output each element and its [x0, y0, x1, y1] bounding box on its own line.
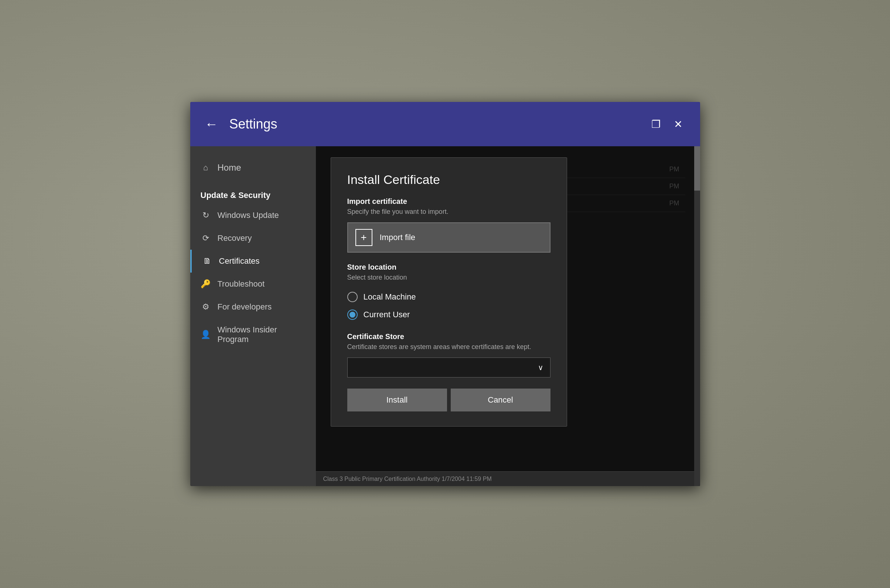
cert-store-label: Certificate Store	[347, 332, 551, 341]
plus-icon: +	[356, 229, 372, 246]
cancel-button[interactable]: Cancel	[451, 388, 551, 411]
radio-local-machine[interactable]: Local Machine	[347, 288, 551, 306]
cert-store-section: Certificate Store Certificate stores are…	[347, 332, 551, 378]
sidebar-item-recovery[interactable]: ⟳ Recovery	[190, 227, 316, 250]
sidebar-item-label: Troubleshoot	[218, 279, 265, 289]
sidebar: ⌂ Home Update & Security ↻ Windows Updat…	[190, 146, 316, 486]
content-area: PM PM PM Install Certificate Import cert…	[316, 146, 700, 486]
cert-store-desc: Certificate stores are system areas wher…	[347, 343, 551, 351]
sidebar-item-label: Recovery	[218, 233, 252, 243]
scrollbar-thumb[interactable]	[694, 146, 700, 190]
close-button[interactable]: ✕	[671, 115, 685, 134]
settings-window: ← Settings ❐ ✕ ⌂ Home Update & Security …	[190, 102, 700, 486]
store-location-section: Store location Select store location Loc…	[347, 263, 551, 324]
sidebar-item-label: Windows Update	[218, 210, 279, 220]
dialog-title: Install Certificate	[347, 172, 551, 187]
sidebar-item-certificates[interactable]: 🗎 Certificates	[190, 250, 316, 273]
windows-update-icon: ↻	[201, 210, 211, 220]
radio-label-local-machine: Local Machine	[363, 292, 416, 302]
radio-current-user[interactable]: Current User	[347, 306, 551, 324]
sidebar-item-windows-update[interactable]: ↻ Windows Update	[190, 204, 316, 227]
certificates-icon: 🗎	[202, 256, 212, 266]
import-section-label: Import certificate	[347, 197, 551, 206]
dialog-buttons: Install Cancel	[347, 388, 551, 411]
troubleshoot-icon: 🔑	[201, 279, 211, 289]
install-button[interactable]: Install	[347, 388, 447, 411]
home-label: Home	[218, 162, 241, 173]
import-section-desc: Specify the file you want to import.	[347, 208, 551, 216]
window-controls: ❐ ✕	[648, 115, 685, 134]
radio-label-current-user: Current User	[363, 310, 410, 320]
recovery-icon: ⟳	[201, 233, 211, 243]
import-file-button[interactable]: + Import file	[347, 222, 551, 253]
back-button[interactable]: ←	[205, 117, 218, 131]
radio-circle-current-user	[347, 309, 358, 320]
home-icon: ⌂	[201, 163, 211, 172]
sidebar-item-label: Certificates	[219, 256, 260, 266]
footer-text: Class 3 Public Primary Certification Aut…	[323, 476, 492, 482]
sidebar-item-label: Windows InsiderProgram	[218, 325, 277, 344]
sidebar-item-for-developers[interactable]: ⚙ For developers	[190, 296, 316, 318]
title-bar: ← Settings ❐ ✕	[190, 102, 700, 146]
sidebar-section-header: Update & Security	[190, 182, 316, 204]
windows-insider-icon: 👤	[201, 330, 211, 339]
scrollbar[interactable]	[694, 146, 700, 486]
sidebar-item-troubleshoot[interactable]: 🔑 Troubleshoot	[190, 273, 316, 296]
import-file-label: Import file	[380, 233, 416, 242]
dialog-overlay: Install Certificate Import certificate S…	[316, 146, 700, 486]
chevron-down-icon: ∨	[538, 363, 543, 372]
sidebar-item-windows-insider[interactable]: 👤 Windows InsiderProgram	[190, 318, 316, 351]
footer-bar: Class 3 Public Primary Certification Aut…	[316, 471, 700, 486]
sidebar-item-label: For developers	[218, 302, 272, 312]
restore-button[interactable]: ❐	[648, 115, 663, 134]
install-certificate-dialog: Install Certificate Import certificate S…	[331, 158, 567, 427]
main-content: ⌂ Home Update & Security ↻ Windows Updat…	[190, 146, 700, 486]
sidebar-item-home[interactable]: ⌂ Home	[190, 154, 316, 182]
store-location-desc: Select store location	[347, 274, 551, 282]
cert-store-dropdown[interactable]: ∨	[347, 357, 551, 378]
radio-circle-local-machine	[347, 292, 358, 302]
store-location-label: Store location	[347, 263, 551, 272]
for-developers-icon: ⚙	[201, 302, 211, 312]
page-title: Settings	[230, 116, 648, 132]
